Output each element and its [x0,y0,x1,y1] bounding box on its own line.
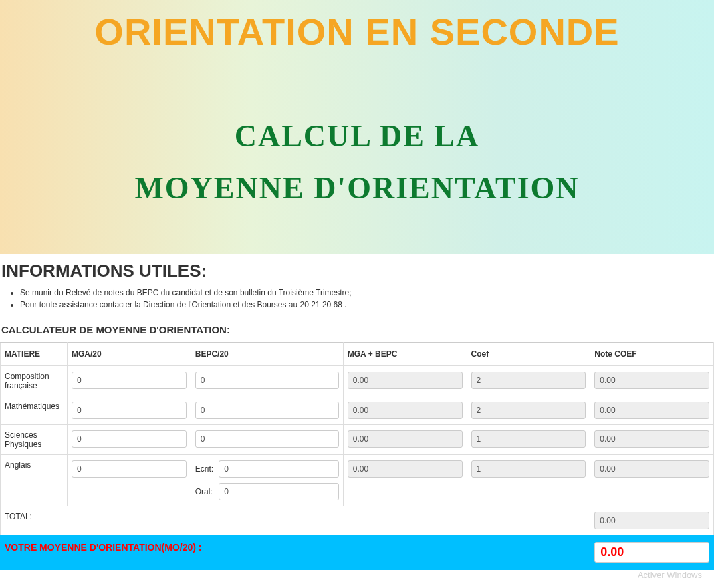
banner-subtitle-line1: CALCUL DE LA [134,110,579,162]
bepc-input[interactable] [195,372,339,389]
table-header-row: MATIERE MGA/20 BEPC/20 MGA + BEPC Coef N… [1,343,714,366]
oral-input[interactable] [219,483,339,500]
coef-output [471,430,586,448]
info-heading: INFORMATIONS UTILES: [0,259,714,284]
sum-output [348,460,463,478]
note-output [594,372,709,389]
calc-heading: CALCULATEUR DE MOYENNE D'ORIENTATION: [0,320,714,342]
banner-subtitle-line2: MOYENNE D'ORIENTATION [134,162,579,214]
mga-input[interactable] [72,402,187,419]
coef-output [471,402,586,419]
table-row-anglais: Anglais Ecrit: Oral: [1,455,714,506]
ecrit-input[interactable] [219,460,339,478]
total-row: TOTAL: [1,506,714,535]
table-row: Composition française [1,366,714,396]
oral-label: Oral: [195,487,215,496]
table-row: Sciences Physiques [1,425,714,455]
sum-output [348,402,463,419]
sum-output [348,430,463,448]
matiere-label: Sciences Physiques [1,425,68,455]
calc-table: MATIERE MGA/20 BEPC/20 MGA + BEPC Coef N… [0,342,714,570]
matiere-label: Mathématiques [1,396,68,425]
result-label: VOTRE MOYENNE D'ORIENTATION(MO/20) : [1,535,590,570]
col-matiere: MATIERE [1,343,68,366]
coef-output [471,460,586,478]
note-output [594,430,709,448]
result-row: VOTRE MOYENNE D'ORIENTATION(MO/20) : 0.0… [1,535,714,570]
matiere-label: Anglais [1,455,68,506]
col-note: Note COEF [590,343,714,366]
mga-input[interactable] [72,460,187,478]
note-output [594,460,709,478]
coef-output [471,372,586,389]
total-label: TOTAL: [1,506,590,535]
banner-subtitle: CALCUL DE LA MOYENNE D'ORIENTATION [134,110,579,214]
result-output: 0.00 [594,542,709,563]
matiere-label: Composition française [1,366,68,396]
mga-input[interactable] [72,430,187,448]
note-output [594,402,709,419]
table-row: Mathématiques [1,396,714,425]
banner-title: ORIENTATION EN SECONDE [94,10,619,53]
total-output [594,512,709,529]
col-coef: Coef [467,343,590,366]
info-list: Se munir du Relevé de notes du BEPC du c… [0,284,714,320]
info-item: Se munir du Relevé de notes du BEPC du c… [20,287,714,299]
mga-input[interactable] [72,372,187,389]
ecrit-label: Ecrit: [195,464,215,474]
sum-output [348,372,463,389]
col-bepc: BEPC/20 [191,343,343,366]
info-item: Pour toute assistance contacter la Direc… [20,299,714,311]
banner: ORIENTATION EN SECONDE CALCUL DE LA MOYE… [0,0,714,254]
bepc-input[interactable] [195,402,339,419]
bepc-input[interactable] [195,430,339,448]
content: INFORMATIONS UTILES: Se munir du Relevé … [0,254,714,570]
col-sum: MGA + BEPC [343,343,467,366]
col-mga: MGA/20 [68,343,191,366]
